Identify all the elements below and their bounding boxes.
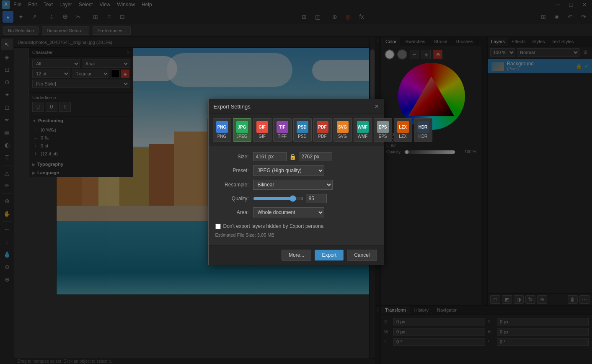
quality-slider-container [253,194,327,203]
preset-label: Preset: [215,168,249,173]
area-label: Area: [215,209,249,215]
dialog-title: Export Settings [214,103,375,110]
wmf-label: WMF [358,134,368,139]
preset-row: Preset: JPEG (High quality) [215,165,377,176]
hidden-layers-row: Don't export layers hidden by Export per… [215,222,377,231]
hidden-layers-label: Don't export layers hidden by Export per… [223,223,324,229]
cancel-btn[interactable]: Cancel [347,250,377,261]
quality-label: Quality: [215,196,249,201]
jpeg-icon: JPG [236,121,248,133]
resample-select[interactable]: Bilinear [253,180,333,190]
format-gif[interactable]: GIF GIF [253,118,271,142]
svg-label: SVG [338,134,347,139]
format-hdr[interactable]: HDR HDR [414,118,432,142]
size-label: Size: [215,154,249,160]
svg-icon: SVG [337,121,349,133]
export-settings-dialog: Export Settings × PNG PNG JPG JPEG GIF G… [208,99,384,265]
psd-label: PSD [298,134,307,139]
gif-label: GIF [259,134,266,139]
hidden-layers-checkbox[interactable] [215,224,221,229]
dialog-overlay: Export Settings × PNG PNG JPG JPEG GIF G… [0,0,592,364]
height-input[interactable] [299,152,332,161]
quality-slider[interactable] [253,196,303,201]
format-tiff[interactable]: TIF TIFF [273,118,292,142]
eps-icon: EPS [377,121,389,133]
area-row: Area: Whole document [215,207,377,217]
format-eps[interactable]: EPS EPS [374,118,392,142]
quality-row: Quality: [215,194,377,203]
lzx-label: LZX [399,134,406,139]
eps-label: EPS [378,134,387,139]
wmf-icon: WMF [357,121,369,133]
more-btn[interactable]: More... [282,250,311,261]
dialog-formats: PNG PNG JPG JPEG GIF GIF TIF TIFF PSD PS… [209,114,384,146]
dialog-footer: More... Export Cancel [209,245,384,265]
format-pdf[interactable]: PDF PDF [313,118,332,142]
format-jpeg[interactable]: JPG JPEG [233,118,251,142]
estimated-file-size: Estimated File Size: 3.05 MB [215,231,377,239]
dialog-body: Size: 🔒 Preset: JPEG (High quality) Resa… [209,146,384,245]
psd-icon: PSD [297,121,308,133]
size-row: Size: 🔒 [215,152,377,161]
jpeg-label: JPEG [236,134,247,139]
tiff-label: TIFF [278,134,287,139]
hdr-icon: HDR [417,121,429,133]
area-select[interactable]: Whole document [253,207,324,217]
lock-icon[interactable]: 🔒 [289,153,296,160]
pdf-icon: PDF [317,121,328,133]
format-lzx[interactable]: LZX LZX [394,118,412,142]
width-input[interactable] [253,152,287,161]
pdf-label: PDF [318,134,327,139]
resample-row: Resample: Bilinear [215,180,377,190]
dialog-header: Export Settings × [209,99,384,114]
dialog-close-btn[interactable]: × [375,103,378,110]
tiff-icon: TIF [277,121,288,133]
quality-value-input[interactable] [306,194,327,203]
export-btn[interactable]: Export [315,250,344,261]
format-psd[interactable]: PSD PSD [293,118,312,142]
png-label: PNG [217,134,227,139]
hdr-label: HDR [419,134,428,139]
format-png[interactable]: PNG PNG [213,118,231,142]
lzx-icon: LZX [397,121,409,133]
png-icon: PNG [216,121,228,133]
format-svg[interactable]: SVG SVG [333,118,352,142]
gif-icon: GIF [256,121,268,133]
preset-select[interactable]: JPEG (High quality) [253,165,324,176]
resample-label: Resample: [215,182,249,188]
format-wmf[interactable]: WMF WMF [354,118,372,142]
